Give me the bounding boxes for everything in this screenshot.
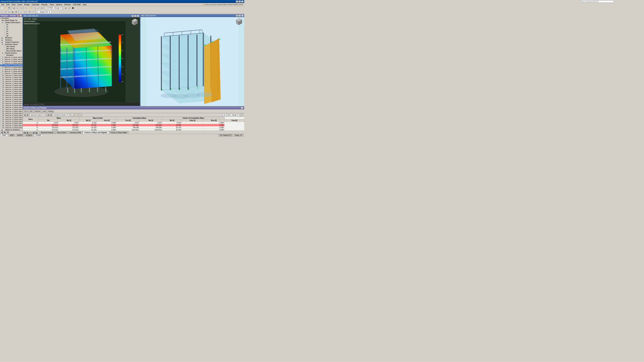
nav-check-phix[interactable]: ✓	[4, 33, 6, 34]
nav-envelope[interactable]: ▼ Envelope	[0, 17, 22, 19]
nav-rs-12[interactable]: ✓ 12 - Story No. 1 | Shear wall No. 15	[0, 78, 22, 80]
close-button[interactable]: ✕	[241, 0, 244, 2]
nav-check-min[interactable]: ✓	[4, 48, 6, 50]
nav-rs-16[interactable]: ✓ 16 - Story No. 2 | Shear wall No. 20	[0, 86, 22, 88]
nav-surfaces[interactable]: ▶ Surfaces	[0, 39, 22, 41]
nav-check-rs6[interactable]: ✓	[0, 66, 2, 68]
rs-tb2[interactable]: 📋	[75, 114, 78, 116]
nav-check-rs7[interactable]: ✓	[0, 68, 2, 70]
nav-check-rs9[interactable]: ✓	[0, 72, 2, 74]
rs-nav-prev[interactable]: ◀	[46, 114, 50, 116]
nav-prev-btn[interactable]: ◀	[1, 131, 3, 133]
nav-mode-shape[interactable]: ◀ X, Mode Shape 1 ▶	[0, 19, 22, 21]
nav-cube-right[interactable]: X	[234, 17, 243, 26]
nav-check-global-def[interactable]: ✓	[3, 22, 5, 23]
nav-check-rs22[interactable]: ✓	[0, 99, 2, 100]
tb-print[interactable]: 🖨	[12, 6, 16, 10]
nav-pin[interactable]: 📌	[17, 14, 19, 16]
nav-rs-34[interactable]: ✓ 34 - Story No. 5 | Shear wall No. 41	[0, 123, 22, 125]
viewport-right[interactable]: NBC 2020 RSA.rf6* _ □ ✕ X	[140, 14, 244, 106]
nav-check-rs5[interactable]: ✓	[0, 64, 2, 66]
nav-check-rs33[interactable]: ✓	[0, 121, 2, 122]
nav-support-reactions[interactable]: ▶ Support Reactions	[0, 41, 22, 43]
bottom-content[interactable]: Story Mass Mass Center Cumulative Mass C…	[23, 117, 244, 131]
nav-check-max-min[interactable]: ✓	[4, 50, 6, 52]
nav-check-rs10[interactable]: ✓	[0, 75, 2, 76]
nav-rs-22[interactable]: ✓ 22 - Story No. 3 | Shear wall No. 27	[0, 98, 22, 100]
nav-check-rs20[interactable]: ✓	[0, 95, 2, 96]
tb-zoom-in[interactable]: 🔍	[33, 6, 36, 10]
table-row[interactable]: 6 3.075 3.075 6.314 -2.000 3.075 3.075 6…	[23, 122, 244, 124]
nav-rs-15[interactable]: ✓ 15 - Story No. 2 | Shear wall No. 19	[0, 84, 22, 86]
nav-rs-17[interactable]: ✓ 17 - Story No. 2 | Shear wall No. 21	[0, 88, 22, 90]
menu-cad-bim[interactable]: CAD-BIM	[72, 3, 82, 6]
menu-view[interactable]: View	[10, 3, 16, 6]
nav-mode-nav-left[interactable]: ◀	[2, 19, 3, 21]
nav-check-rs12[interactable]: ✓	[0, 79, 2, 80]
nav-check-env-val[interactable]: ✓	[3, 43, 5, 45]
tb-result-values[interactable]: R	[28, 10, 31, 13]
nav-def-phix[interactable]: ✓ φx	[0, 32, 22, 34]
nav-check-rs13[interactable]: ✓	[0, 81, 2, 82]
tb-surface[interactable]: ▬	[11, 10, 14, 13]
nav-cube-left[interactable]: X	[130, 18, 138, 26]
tab-story-actions[interactable]: Story Actions	[55, 131, 68, 134]
nav-rs-27[interactable]: ✓ 27 - Story No. 4 | Shear wall No. 33	[0, 109, 22, 111]
nav-check-uz[interactable]: ✓	[4, 30, 6, 32]
rs-nav-next[interactable]: ▶	[50, 114, 53, 116]
nav-check-support[interactable]	[3, 41, 5, 43]
page-last[interactable]: ▶|	[36, 132, 38, 134]
spectral-analysis-dropdown[interactable]: Spectral Analysis ▼	[30, 114, 44, 116]
nav-check-phiy[interactable]: ✓	[4, 35, 6, 36]
right-vp-min[interactable]: _	[236, 14, 238, 16]
nav-envelope-values[interactable]: ▼ ✓ Envelope Values	[0, 43, 22, 45]
nav-def-ux[interactable]: ✓ ux	[0, 26, 22, 28]
rs-next[interactable]: ▶	[26, 114, 29, 116]
tab-spectral[interactable]: Spectral Analysis	[40, 131, 55, 134]
nav-result-sections[interactable]: ▼ ✓ Result Sections	[0, 52, 22, 54]
menu-edit[interactable]: Edit	[5, 3, 10, 6]
nav-check-rs30[interactable]: ✓	[0, 115, 2, 116]
nav-check-u[interactable]: ✓	[4, 24, 6, 26]
left-vp-max[interactable]: □	[134, 15, 136, 17]
nav-rs-8[interactable]: ✓ 8 - Story No. 1 | Shear wall No. 11	[0, 70, 22, 72]
nav-check-rs19[interactable]: ✓	[0, 93, 2, 94]
nav-rs-13[interactable]: ✓ 13 - Story No. 1 | Shear wall No. 17	[0, 80, 22, 82]
tb-new[interactable]: 📄	[0, 6, 4, 10]
nav-rs-28[interactable]: ✓ 28 - Story No. 4 | Shear wall No. 34	[0, 111, 22, 113]
nav-check-uy[interactable]: ✓	[4, 28, 6, 30]
tb-line[interactable]: ╱	[4, 10, 7, 13]
nav-check-rs24[interactable]: ✓	[0, 103, 2, 104]
tb-zoom-all[interactable]: ⊕	[40, 6, 44, 10]
tab-forces[interactable]: Forces in Shear Walls	[109, 131, 128, 134]
status-osnap[interactable]: OSNAP	[34, 134, 42, 137]
right-vp-close[interactable]: ✕	[241, 14, 244, 16]
tb-move[interactable]: ✋	[28, 6, 31, 10]
goto-btn[interactable]: Go to	[23, 110, 29, 113]
status-snap[interactable]: SNAP	[1, 134, 8, 137]
nav-min-values[interactable]: ✓ Min Values	[0, 48, 22, 50]
tb-deformed[interactable]: ~	[32, 10, 35, 13]
left-vp-min[interactable]: _	[132, 15, 134, 17]
tab-centers[interactable]: Centers of Mass and Rigidity	[83, 131, 109, 134]
settings-btn[interactable]: Settings	[47, 110, 54, 113]
page-first[interactable]: |◀	[23, 132, 26, 134]
tb-render[interactable]: ◈	[64, 6, 68, 10]
tb-open[interactable]: 📂	[4, 6, 7, 10]
nav-check-rs35[interactable]: ✓	[0, 125, 2, 126]
nav-members[interactable]: ▶ Members	[0, 37, 22, 39]
edit-btn[interactable]: Edit	[29, 110, 33, 113]
menu-calculate[interactable]: Calculate	[31, 3, 40, 6]
tb-zoom-out[interactable]: 🔎	[36, 6, 40, 10]
left-vp-close[interactable]: ✕	[137, 15, 139, 17]
table-row[interactable]: 3 372.612 372.612 10.129 -2.000 1120.910…	[23, 129, 244, 131]
minimize-button[interactable]: _	[236, 0, 238, 2]
nav-rs-14[interactable]: ✓ 14 - Story No. 2 | Shear wall No. 18	[0, 82, 22, 84]
nav-rs-32[interactable]: ✓ 32 - Story No. 5 | Shear wall No. 39	[0, 119, 22, 121]
nav-rs-31[interactable]: ✓ 31 - Story No. 5 | Shear wall No. 38	[0, 117, 22, 119]
nav-rs-36[interactable]: ✓ 36 - Story No. 5 | Shear wall No. 43	[0, 127, 22, 129]
nav-check-rs11[interactable]: ✓	[0, 77, 2, 78]
nav-check-rs32[interactable]: ✓	[0, 119, 2, 120]
nav-check-ux[interactable]: ✓	[4, 26, 6, 28]
nav-rs-33[interactable]: ✓ 33 - Story No. 5 | Shear wall No. 40	[0, 121, 22, 123]
